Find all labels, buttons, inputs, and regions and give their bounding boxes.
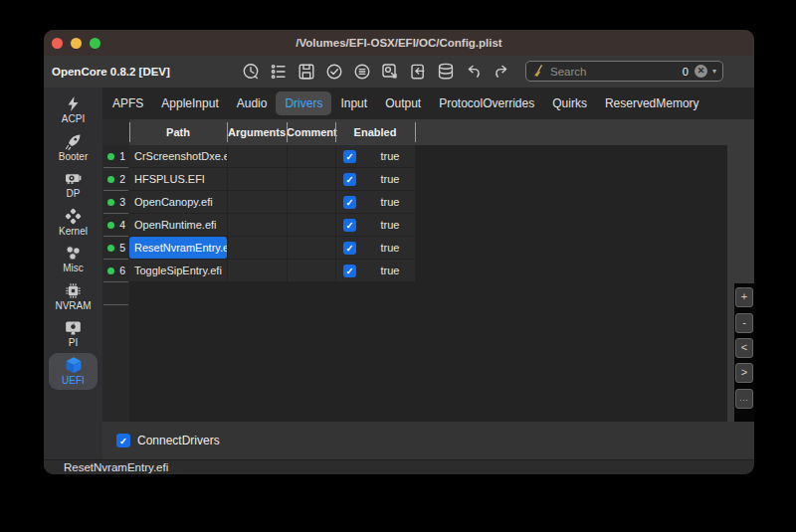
tab-reservedmemory[interactable]: ReservedMemory xyxy=(596,91,708,115)
arguments-cell[interactable] xyxy=(227,214,287,236)
row-header-6[interactable]: 6 xyxy=(102,260,129,281)
table-row-selected[interactable]: ResetNvramEntry.efi true xyxy=(129,237,415,259)
connect-drivers-label: ConnectDrivers xyxy=(137,434,220,447)
tab-protocoloverrides[interactable]: ProtocolOverrides xyxy=(430,91,543,115)
column-header-arguments[interactable]: Arguments xyxy=(227,119,287,145)
tab-apfs[interactable]: APFS xyxy=(103,91,152,115)
gpu-card-icon xyxy=(65,170,82,187)
comment-cell[interactable] xyxy=(287,260,335,281)
column-header-enabled[interactable]: Enabled xyxy=(335,119,415,145)
sidebar-item-uefi[interactable]: UEFI xyxy=(49,353,98,391)
row-header-2[interactable]: 2 xyxy=(102,168,129,190)
sidebar-item-kernel[interactable]: Kernel xyxy=(49,204,98,242)
enabled-value: true xyxy=(370,150,410,162)
enabled-checkbox[interactable] xyxy=(343,150,356,163)
comment-cell[interactable] xyxy=(287,145,335,167)
tab-input[interactable]: Input xyxy=(331,91,376,115)
toolbar-icons xyxy=(237,56,515,88)
sidebar-item-booter[interactable]: Booter xyxy=(49,129,98,167)
section-tabs: APFS AppleInput Audio Drivers Input Outp… xyxy=(102,88,754,119)
move-down-button[interactable]: > xyxy=(735,363,753,383)
enabled-checkbox[interactable] xyxy=(343,219,356,232)
table-row[interactable]: OpenRuntime.efi true xyxy=(129,214,415,236)
add-row-button[interactable]: + xyxy=(735,287,753,307)
remove-row-button[interactable]: - xyxy=(735,313,753,333)
enabled-checkbox[interactable] xyxy=(343,196,356,209)
connect-drivers-checkbox[interactable] xyxy=(116,434,130,447)
search-count: 0 xyxy=(683,66,689,78)
row-number: 2 xyxy=(119,168,125,190)
row-header-1[interactable]: 1 xyxy=(102,145,129,167)
sidebar-item-nvram[interactable]: NVRAM xyxy=(49,278,98,316)
column-header-comment[interactable]: Comment xyxy=(287,119,335,145)
path-cell[interactable]: ToggleSipEntry.efi xyxy=(129,260,227,281)
tab-output[interactable]: Output xyxy=(376,91,430,115)
lightning-icon xyxy=(65,95,82,112)
enabled-value: true xyxy=(370,242,410,254)
comment-cell[interactable] xyxy=(287,237,335,259)
search-options-caret-icon[interactable]: ▾ xyxy=(712,67,716,76)
enabled-value: true xyxy=(370,173,410,185)
comment-cell[interactable] xyxy=(287,191,335,213)
broom-icon xyxy=(532,65,545,78)
save-icon[interactable] xyxy=(293,56,320,88)
arguments-cell[interactable] xyxy=(227,260,287,281)
row-header-4[interactable]: 4 xyxy=(102,214,129,236)
enabled-checkbox[interactable] xyxy=(343,265,356,277)
table-corner-cell xyxy=(102,119,129,145)
import-export-icon[interactable] xyxy=(404,56,432,88)
more-button[interactable]: ... xyxy=(735,389,753,409)
path-cell[interactable]: OpenRuntime.efi xyxy=(129,214,227,236)
path-cell[interactable]: CrScreenshotDxe.efi xyxy=(129,145,227,167)
column-header-path[interactable]: Path xyxy=(129,119,227,145)
arguments-cell[interactable] xyxy=(227,191,287,213)
search-clear-icon[interactable]: ✕ xyxy=(695,65,707,78)
enabled-value: true xyxy=(370,265,410,276)
disk-tools-icon[interactable] xyxy=(376,56,404,88)
row-header-3[interactable]: 3 xyxy=(102,191,129,213)
snapshot-icon[interactable] xyxy=(348,56,376,88)
sidebar-item-label: Misc xyxy=(63,263,84,273)
table-row[interactable]: CrScreenshotDxe.efi true xyxy=(129,145,415,167)
toolbar: OpenCore 0.8.2 [DEV] xyxy=(44,56,754,88)
titlebar: /Volumes/EFI-OSX/EFI/OC/Config.plist xyxy=(44,30,754,56)
path-cell-selected[interactable]: ResetNvramEntry.efi xyxy=(129,237,227,259)
tab-quirks[interactable]: Quirks xyxy=(543,91,596,115)
sidebar-item-label: PI xyxy=(69,337,78,348)
status-text: ResetNvramEntry.efi xyxy=(64,460,168,474)
arguments-cell[interactable] xyxy=(227,145,287,167)
column-divider xyxy=(227,122,228,142)
sidebar-item-pi[interactable]: PI xyxy=(49,315,98,353)
enabled-cell: true xyxy=(335,168,415,190)
database-icon[interactable] xyxy=(432,56,460,88)
path-cell[interactable]: OpenCanopy.efi xyxy=(129,191,227,213)
row-header-5[interactable]: 5 xyxy=(102,237,129,259)
status-dot-icon xyxy=(107,245,114,252)
enabled-checkbox[interactable] xyxy=(343,173,356,186)
undo-icon[interactable] xyxy=(460,56,488,88)
tab-drivers[interactable]: Drivers xyxy=(276,91,331,115)
sidebar-item-misc[interactable]: Misc xyxy=(49,241,98,278)
validate-icon[interactable] xyxy=(320,56,348,88)
table-row[interactable]: ToggleSipEntry.efi true xyxy=(129,260,415,281)
move-up-button[interactable]: < xyxy=(735,338,753,358)
comment-cell[interactable] xyxy=(287,214,335,236)
table-row[interactable]: HFSPLUS.EFI true xyxy=(129,168,415,190)
tab-appleinput[interactable]: AppleInput xyxy=(152,91,227,115)
column-divider xyxy=(335,122,336,142)
search-input[interactable]: Search 0 ✕ ▾ xyxy=(525,61,723,82)
sidebar-item-acpi[interactable]: ACPI xyxy=(49,91,98,129)
path-cell[interactable]: HFSPLUS.EFI xyxy=(129,168,227,190)
list-view-icon[interactable] xyxy=(265,56,293,88)
comment-cell[interactable] xyxy=(287,168,335,190)
sidebar-item-dp[interactable]: DP xyxy=(49,166,98,204)
redo-icon[interactable] xyxy=(488,56,515,88)
arguments-cell[interactable] xyxy=(227,237,287,259)
enabled-checkbox[interactable] xyxy=(343,242,356,255)
row-number: 4 xyxy=(119,214,125,236)
tab-audio[interactable]: Audio xyxy=(228,91,277,115)
footer-panel: ConnectDrivers xyxy=(102,422,754,459)
arguments-cell[interactable] xyxy=(227,168,287,190)
table-row[interactable]: OpenCanopy.efi true xyxy=(129,191,415,213)
history-icon[interactable] xyxy=(237,56,265,88)
